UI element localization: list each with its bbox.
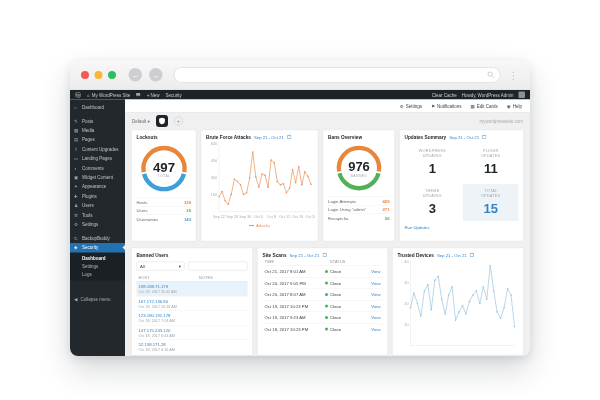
admin-bar-new-button[interactable]: + New <box>147 92 160 97</box>
banned-users-card: Banned Users All ▾ <box>131 248 253 356</box>
scan-status: Clean <box>325 304 371 309</box>
status-dot-icon <box>325 328 328 331</box>
stat-label: Users <box>137 208 148 213</box>
banned-user-row[interactable]: 147.175.243.120 Oct 18, 2017 6:43 AM <box>137 325 248 340</box>
view-scan-link[interactable]: View <box>371 327 380 332</box>
close-window-button[interactable] <box>81 71 89 79</box>
sidebar-item[interactable]: ▭ Landing Pages <box>70 154 125 163</box>
scan-status: Clean <box>325 269 371 274</box>
chart-legend: Attacks <box>206 223 313 228</box>
banned-host-link[interactable]: 147.175.243.120 <box>139 328 246 333</box>
sidebar-item[interactable]: ◗ Comments <box>70 163 125 172</box>
header-action-label: Notifications <box>437 103 462 108</box>
trusted-devices-date-range[interactable]: Sep 21 - Oct 21 <box>437 252 467 257</box>
sidebar-item[interactable]: ▣ Widget Content <box>70 173 125 182</box>
sidebar-item-icon: ↻ <box>74 236 79 241</box>
view-scan-link[interactable]: View <box>371 269 380 274</box>
view-select[interactable]: Default ▾ <box>132 119 150 124</box>
site-name: My WordPress Site <box>92 92 130 97</box>
url-bar[interactable] <box>174 67 501 83</box>
sidebar-item-label: BackupBuddy <box>82 236 110 241</box>
sidebar-item[interactable]: ⚒ Tools <box>70 210 125 219</box>
wp-admin-bar: Ⓦ ⌂ My WordPress Site + New Security <box>70 90 530 100</box>
view-scan-link[interactable]: View <box>371 281 380 286</box>
view-scan-link[interactable]: View <box>371 304 380 309</box>
svg-text:600: 600 <box>211 142 217 146</box>
status-label: Clean <box>330 292 341 297</box>
howdy-account-menu[interactable]: Howdy, WordPress Admin <box>462 92 514 97</box>
status-label: Clean <box>330 315 341 320</box>
admin-bar-comments[interactable] <box>136 93 141 97</box>
sidebar-item-icon: ✎ <box>74 118 79 123</box>
banned-users-search-input[interactable] <box>189 262 248 271</box>
header-action-button[interactable]: ⚑ Notifications <box>431 103 462 108</box>
chevron-down-icon: ▾ <box>179 264 181 269</box>
brute-force-date-range[interactable]: Sep 21 - Oct 21 <box>254 134 284 139</box>
wordpress-logo-icon[interactable]: Ⓦ <box>75 91 81 100</box>
view-scan-link[interactable]: View <box>371 315 380 320</box>
banned-user-row[interactable]: 52.138.171.28 Oct 18, 2017 4:16 AM <box>137 340 248 355</box>
admin-bar-page-label[interactable]: Security <box>166 92 182 97</box>
updates-date-range[interactable]: Sep 21 - Oct 21 <box>449 134 479 139</box>
calendar-icon[interactable] <box>322 253 327 258</box>
site-scans-date-range[interactable]: Sep 21 - Oct 21 <box>290 252 320 257</box>
security-submenu-item[interactable]: Logs <box>70 270 125 278</box>
banned-date: Oct 18, 2017 4:16 AM <box>139 348 246 353</box>
calendar-icon[interactable] <box>470 253 475 258</box>
view-select-value: Default <box>132 119 146 124</box>
clear-cache-button[interactable]: Clear Cache <box>432 92 457 97</box>
security-submenu-item[interactable]: Dashboard <box>70 254 125 262</box>
minimize-window-button[interactable] <box>95 71 103 79</box>
browser-menu-icon[interactable]: ⋮ <box>509 70 520 80</box>
site-scan-row: Oct 21, 2017 8:01 AM Clean View <box>263 266 383 278</box>
banned-user-row[interactable]: 123.180.191.178 Oct 18, 2017 7:24 AM <box>137 311 248 326</box>
banned-date: Oct 18, 2017 10:18 AM <box>139 304 246 309</box>
comment-icon <box>136 93 141 97</box>
view-scan-link[interactable]: View <box>371 292 380 297</box>
sidebar-item[interactable]: ♟ Users <box>70 201 125 210</box>
sidebar-item[interactable]: ✎ Posts <box>70 116 125 125</box>
banned-host-link[interactable]: 52.138.171.28 <box>139 342 246 347</box>
search-icon[interactable] <box>487 71 495 79</box>
site-scans-header: Time Status <box>263 258 383 266</box>
calendar-icon[interactable] <box>482 135 487 140</box>
header-action-button[interactable]: ▦ Edit Cards <box>471 103 498 108</box>
header-action-button[interactable]: ◉ Help <box>507 103 522 108</box>
header-action-button[interactable]: ⚙ Settings <box>400 103 422 108</box>
sidebar-item-icon: ⇧ <box>74 147 79 152</box>
calendar-icon[interactable] <box>287 135 292 140</box>
banned-users-filter-select[interactable]: All ▾ <box>137 262 185 271</box>
sidebar-item[interactable]: ↻ BackupBuddy <box>70 234 125 243</box>
sidebar-item[interactable]: ✚ Plugins <box>70 192 125 201</box>
banned-host-link[interactable]: 167.172.136.80 <box>139 299 246 304</box>
add-card-button[interactable]: + <box>174 117 183 126</box>
header-action-label: Edit Cards <box>477 103 498 108</box>
header-action-icon: ⚙ <box>400 103 404 108</box>
sidebar-item[interactable]: ▤ Pages <box>70 135 125 144</box>
sidebar-item[interactable]: ▦ Media <box>70 126 125 135</box>
maximize-window-button[interactable] <box>108 71 116 79</box>
run-updates-link[interactable]: Run Updates <box>405 225 519 230</box>
sidebar-item[interactable]: ⇧ Content Upgrades <box>70 145 125 154</box>
banned-host-link[interactable]: 198.188.71.179 <box>139 284 246 289</box>
forward-button[interactable]: → <box>149 68 163 82</box>
security-submenu-item[interactable]: Settings <box>70 262 125 270</box>
back-button[interactable]: ← <box>129 68 143 82</box>
admin-bar-site-link[interactable]: ⌂ My WordPress Site <box>87 92 130 97</box>
svg-text:150: 150 <box>211 193 217 197</box>
banned-user-row[interactable]: 198.188.71.179 Oct 18, 2017 11:52 AM <box>137 282 248 297</box>
collapse-menu-button[interactable]: ◀ Collapse menu <box>70 294 125 303</box>
sidebar-item[interactable]: ⚙ Settings <box>70 220 125 229</box>
sidebar-item[interactable]: ✦ Appearance <box>70 182 125 191</box>
site-scan-row: Oct 19, 2017 10:23 PM Clean View <box>263 300 383 312</box>
sidebar-item[interactable]: ◈ Security <box>70 243 125 252</box>
scan-status: Clean <box>325 327 371 332</box>
avatar[interactable] <box>519 92 526 99</box>
banned-user-row[interactable]: 167.172.136.80 Oct 18, 2017 10:18 AM <box>137 296 248 311</box>
banned-host-link[interactable]: 123.180.191.178 <box>139 313 246 318</box>
sidebar-item[interactable]: ⌂ Dashboard <box>70 103 125 112</box>
site-scan-row: Oct 20, 2017 9:05 PM Clean View <box>263 277 383 289</box>
stat-label: Login Using "admin" <box>328 207 366 212</box>
svg-text:30: 30 <box>404 281 408 285</box>
lockouts-gauge: 497 TOTAL <box>139 144 188 194</box>
